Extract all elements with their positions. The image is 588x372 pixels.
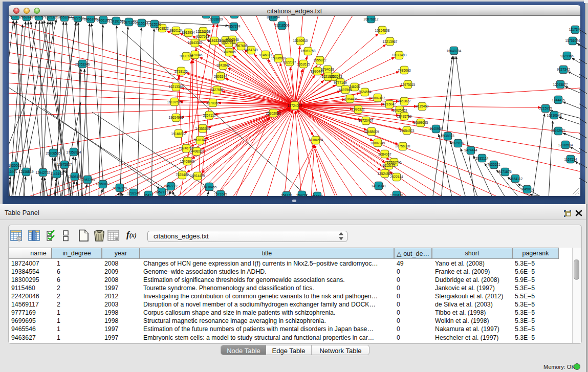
- svg-text:1733426: 1733426: [390, 193, 403, 196]
- svg-text:16671355: 16671355: [122, 20, 137, 24]
- svg-text:1244415: 1244415: [552, 98, 565, 102]
- svg-text:1571645: 1571645: [214, 192, 227, 196]
- svg-text:954771: 954771: [281, 193, 292, 196]
- svg-text:2803144: 2803144: [214, 75, 227, 78]
- svg-text:15886520: 15886520: [271, 56, 286, 60]
- svg-text:8813054: 8813054: [267, 16, 280, 19]
- svg-text:7986322: 7986322: [352, 107, 365, 111]
- svg-text:20756928: 20756928: [396, 144, 410, 148]
- svg-text:9115460: 9115460: [416, 104, 429, 108]
- svg-text:2718126: 2718126: [175, 70, 188, 73]
- svg-text:10958117: 10958117: [96, 182, 111, 186]
- svg-text:1362615: 1362615: [297, 62, 310, 66]
- svg-text:7515526: 7515526: [148, 23, 161, 26]
- svg-text:3215955: 3215955: [539, 106, 552, 110]
- svg-text:15409949: 15409949: [180, 160, 195, 163]
- svg-text:3875685: 3875685: [223, 50, 236, 54]
- svg-text:12093877: 12093877: [553, 83, 568, 86]
- svg-text:3624554: 3624554: [358, 90, 372, 94]
- svg-text:1065321: 1065321: [45, 16, 58, 19]
- svg-text:17359924: 17359924: [67, 150, 81, 154]
- svg-text:25302033: 25302033: [266, 112, 281, 115]
- svg-text:14353594: 14353594: [195, 127, 210, 130]
- svg-text:9474444: 9474444: [464, 148, 477, 152]
- svg-text:15692971: 15692971: [551, 129, 566, 133]
- svg-text:16107575: 16107575: [167, 100, 182, 104]
- svg-text:10654112: 10654112: [508, 177, 523, 181]
- svg-text:3267110: 3267110: [203, 114, 216, 117]
- svg-text:17016514: 17016514: [558, 143, 573, 147]
- svg-text:2967608: 2967608: [234, 44, 248, 48]
- svg-text:1117345: 1117345: [569, 28, 580, 31]
- svg-text:1527602: 1527602: [71, 16, 84, 20]
- svg-text:23420046: 23420046: [188, 53, 203, 57]
- svg-text:16210643: 16210643: [547, 114, 562, 117]
- svg-text:1145193: 1145193: [51, 172, 63, 176]
- svg-text:9463627: 9463627: [398, 99, 411, 103]
- svg-text:19218506: 19218506: [275, 24, 290, 27]
- svg-text:7485063: 7485063: [398, 69, 411, 72]
- svg-text:16782759: 16782759: [113, 186, 127, 190]
- svg-text:15716455: 15716455: [202, 185, 217, 189]
- svg-text:15751074: 15751074: [565, 39, 580, 42]
- svg-text:26053346: 26053346: [75, 62, 90, 66]
- svg-text:6379197: 6379197: [451, 141, 465, 145]
- svg-text:16961758: 16961758: [301, 49, 316, 53]
- svg-text:7857274: 7857274: [227, 25, 241, 28]
- svg-text:9860124: 9860124: [169, 29, 183, 32]
- svg-text:1640954: 1640954: [429, 127, 443, 130]
- svg-text:12942737: 12942737: [36, 171, 51, 174]
- svg-text:12213369: 12213369: [169, 85, 184, 89]
- svg-text:20206536: 20206536: [46, 151, 61, 155]
- svg-text:2935114: 2935114: [476, 157, 489, 160]
- svg-text:5578342: 5578342: [193, 138, 207, 142]
- svg-text:20876812: 20876812: [364, 17, 379, 21]
- svg-text:9084067: 9084067: [378, 152, 391, 156]
- svg-text:16543362: 16543362: [188, 41, 203, 45]
- svg-text:1615172: 1615172: [382, 164, 396, 167]
- svg-text:954773: 954773: [312, 194, 323, 196]
- svg-text:1453543: 1453543: [329, 75, 342, 78]
- svg-text:9245012: 9245012: [520, 187, 534, 191]
- svg-text:6322037: 6322037: [283, 60, 296, 64]
- svg-text:10807487: 10807487: [371, 96, 385, 100]
- svg-text:2522144: 2522144: [390, 175, 403, 179]
- svg-text:16914479: 16914479: [190, 174, 205, 178]
- svg-text:8938923: 8938923: [441, 134, 454, 138]
- svg-text:14136141: 14136141: [372, 184, 386, 188]
- svg-text:18807249: 18807249: [371, 141, 385, 145]
- svg-text:17957253: 17957253: [80, 178, 95, 182]
- svg-text:9457771: 9457771: [155, 190, 168, 194]
- svg-text:12975115: 12975115: [401, 83, 416, 86]
- svg-text:19384554: 19384554: [309, 138, 323, 142]
- svg-text:10025453: 10025453: [393, 108, 407, 112]
- svg-text:9242848: 9242848: [216, 63, 230, 67]
- svg-text:1292346: 1292346: [127, 191, 140, 195]
- svg-text:7955812: 7955812: [313, 58, 326, 62]
- svg-text:6466160: 6466160: [84, 17, 97, 21]
- svg-text:7632621: 7632621: [487, 163, 500, 166]
- svg-text:18724007: 18724007: [288, 104, 302, 107]
- svg-text:10653287: 10653287: [57, 16, 72, 19]
- svg-text:6466161: 6466161: [97, 18, 110, 22]
- svg-text:10699695: 10699695: [413, 121, 428, 124]
- svg-text:3915401: 3915401: [9, 170, 17, 173]
- svg-text:9777169: 9777169: [334, 81, 347, 84]
- svg-text:95477: 95477: [144, 193, 153, 196]
- svg-text:14498222: 14498222: [189, 149, 204, 153]
- svg-text:8454749: 8454749: [245, 48, 258, 52]
- svg-text:10973493: 10973493: [392, 53, 407, 57]
- svg-text:9457772: 9457772: [164, 184, 178, 188]
- svg-text:1935061: 1935061: [9, 164, 21, 167]
- svg-text:19654923: 19654923: [400, 129, 415, 133]
- svg-text:6216042: 6216042: [383, 102, 396, 106]
- svg-text:9327502: 9327502: [222, 41, 235, 45]
- svg-text:16648784: 16648784: [447, 49, 462, 53]
- svg-text:8427552: 8427552: [210, 88, 224, 92]
- svg-text:15640910: 15640910: [293, 39, 308, 42]
- svg-text:9327503: 9327503: [196, 35, 209, 38]
- svg-text:19166822: 19166822: [171, 132, 186, 136]
- svg-text:15720407: 15720407: [359, 119, 374, 122]
- svg-text:12156819: 12156819: [19, 170, 34, 173]
- svg-text:9146821: 9146821: [259, 53, 272, 57]
